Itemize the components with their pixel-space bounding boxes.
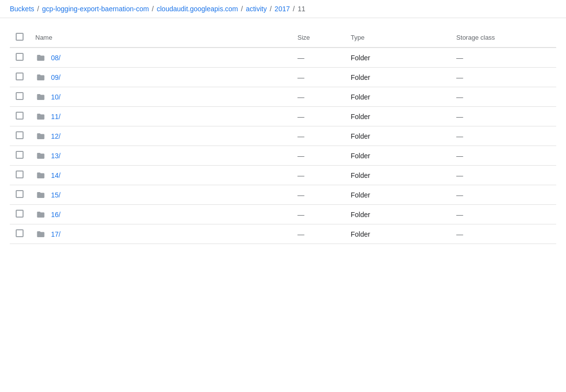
row-checkbox-7[interactable] bbox=[16, 190, 24, 198]
folder-icon bbox=[35, 132, 46, 141]
row-checkbox-5[interactable] bbox=[16, 151, 24, 159]
storage-class-value: — bbox=[456, 191, 463, 199]
col-header-storage-class: Storage class bbox=[450, 28, 556, 48]
folder-icon bbox=[35, 210, 46, 219]
type-value: Folder bbox=[345, 224, 450, 244]
size-value: — bbox=[298, 93, 305, 101]
type-value: Folder bbox=[345, 185, 450, 205]
type-value: Folder bbox=[345, 48, 450, 68]
folder-icon bbox=[35, 53, 46, 62]
type-value: Folder bbox=[345, 146, 450, 166]
breadcrumb-separator: / bbox=[293, 5, 295, 13]
folder-icon bbox=[35, 112, 46, 121]
folder-link[interactable]: 17/ bbox=[51, 230, 60, 238]
folder-icon bbox=[35, 93, 46, 101]
row-checkbox-8[interactable] bbox=[16, 210, 24, 218]
row-checkbox-9[interactable] bbox=[16, 229, 24, 237]
type-value: Folder bbox=[345, 205, 450, 224]
size-value: — bbox=[298, 132, 305, 140]
table-row: 13/—Folder— bbox=[10, 146, 556, 166]
folder-link[interactable]: 12/ bbox=[51, 132, 60, 140]
type-value: Folder bbox=[345, 68, 450, 87]
table-row: 15/—Folder— bbox=[10, 185, 556, 205]
folder-icon bbox=[35, 73, 46, 82]
row-checkbox-3[interactable] bbox=[16, 112, 24, 120]
storage-class-value: — bbox=[456, 132, 463, 140]
table-row: 09/—Folder— bbox=[10, 68, 556, 87]
type-value: Folder bbox=[345, 87, 450, 107]
breadcrumb-item-4[interactable]: 2017 bbox=[275, 5, 290, 13]
table-row: 14/—Folder— bbox=[10, 166, 556, 185]
folder-link[interactable]: 10/ bbox=[51, 93, 60, 101]
folder-icon bbox=[35, 191, 46, 199]
row-checkbox-6[interactable] bbox=[16, 171, 24, 178]
storage-class-value: — bbox=[456, 54, 463, 62]
col-header-size: Size bbox=[292, 28, 345, 48]
breadcrumb-item-2[interactable]: cloudaudit.googleapis.com bbox=[157, 5, 238, 13]
size-value: — bbox=[298, 74, 305, 81]
table-row: 08/—Folder— bbox=[10, 48, 556, 68]
table-row: 16/—Folder— bbox=[10, 205, 556, 224]
row-checkbox-2[interactable] bbox=[16, 92, 24, 100]
folder-link[interactable]: 08/ bbox=[51, 54, 60, 62]
storage-class-value: — bbox=[456, 93, 463, 101]
table-row: 11/—Folder— bbox=[10, 107, 556, 126]
storage-class-value: — bbox=[456, 230, 463, 238]
file-table: Name Size Type Storage class 08/—Folder—… bbox=[10, 28, 556, 244]
storage-class-value: — bbox=[456, 172, 463, 179]
breadcrumb-item-1[interactable]: gcp-logging-export-baernation-com bbox=[42, 5, 149, 13]
table-row: 10/—Folder— bbox=[10, 87, 556, 107]
select-all-checkbox[interactable] bbox=[16, 33, 24, 41]
col-header-type: Type bbox=[345, 28, 450, 48]
breadcrumb-current: 11 bbox=[298, 5, 306, 13]
folder-link[interactable]: 09/ bbox=[51, 74, 60, 81]
table-row: 12/—Folder— bbox=[10, 126, 556, 146]
size-value: — bbox=[298, 172, 305, 179]
size-value: — bbox=[298, 54, 305, 62]
breadcrumb-item-0[interactable]: Buckets bbox=[10, 5, 34, 13]
breadcrumb-separator: / bbox=[241, 5, 243, 13]
row-checkbox-1[interactable] bbox=[16, 73, 24, 80]
folder-link[interactable]: 15/ bbox=[51, 191, 60, 199]
folder-icon bbox=[35, 171, 46, 180]
storage-class-value: — bbox=[456, 74, 463, 81]
folder-link[interactable]: 13/ bbox=[51, 152, 60, 160]
size-value: — bbox=[298, 230, 305, 238]
breadcrumb-item-3[interactable]: activity bbox=[246, 5, 267, 13]
size-value: — bbox=[298, 211, 305, 219]
type-value: Folder bbox=[345, 107, 450, 126]
type-value: Folder bbox=[345, 166, 450, 185]
col-header-name: Name bbox=[29, 28, 292, 48]
storage-class-value: — bbox=[456, 113, 463, 121]
storage-class-value: — bbox=[456, 152, 463, 160]
table-row: 17/—Folder— bbox=[10, 224, 556, 244]
folder-icon bbox=[35, 230, 46, 239]
size-value: — bbox=[298, 152, 305, 160]
storage-class-value: — bbox=[456, 211, 463, 219]
folder-link[interactable]: 11/ bbox=[51, 113, 60, 121]
breadcrumb-separator: / bbox=[37, 5, 39, 13]
type-value: Folder bbox=[345, 126, 450, 146]
file-table-container: Name Size Type Storage class 08/—Folder—… bbox=[0, 18, 566, 244]
folder-link[interactable]: 14/ bbox=[51, 172, 60, 179]
size-value: — bbox=[298, 113, 305, 121]
breadcrumb: Buckets / gcp-logging-export-baernation-… bbox=[0, 0, 566, 18]
folder-icon bbox=[35, 151, 46, 160]
row-checkbox-4[interactable] bbox=[16, 131, 24, 139]
breadcrumb-separator: / bbox=[270, 5, 272, 13]
size-value: — bbox=[298, 191, 305, 199]
row-checkbox-0[interactable] bbox=[16, 53, 24, 61]
folder-link[interactable]: 16/ bbox=[51, 211, 60, 219]
breadcrumb-separator: / bbox=[152, 5, 154, 13]
